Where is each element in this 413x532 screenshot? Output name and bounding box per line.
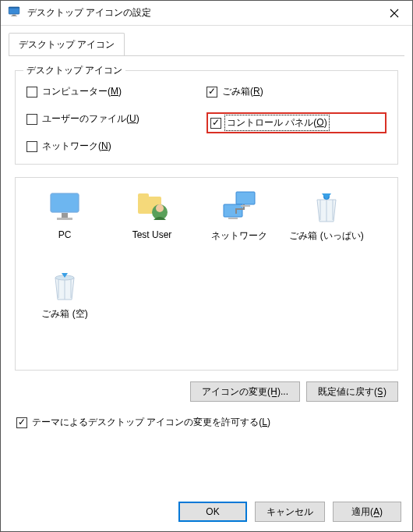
checkbox-icon [16, 417, 27, 428]
checkbox-icon [26, 141, 37, 152]
checkbox-recyclebin[interactable]: ごみ箱(R) [206, 85, 387, 98]
checkbox-icon [26, 87, 37, 98]
icon-item-pc[interactable]: PC [23, 189, 106, 267]
svg-rect-7 [57, 218, 72, 220]
icon-item-recyclebin-empty[interactable]: ごみ箱 (空) [23, 267, 106, 345]
window-title: デスクトップ アイコンの設定 [27, 6, 376, 20]
tab-desktop-icons[interactable]: デスクトップ アイコン [9, 33, 125, 55]
svg-rect-12 [236, 192, 255, 204]
tab-divider [9, 55, 404, 56]
svg-point-11 [156, 204, 164, 212]
titlebar: デスクトップ アイコンの設定 [1, 1, 412, 26]
svg-rect-4 [51, 193, 79, 212]
svg-rect-14 [228, 218, 238, 219]
checkbox-label: コントロール パネル(O) [226, 116, 328, 129]
checkbox-label: ユーザーのファイル(U) [42, 112, 139, 126]
svg-rect-15 [241, 205, 250, 207]
checkbox-allow-theme[interactable]: テーマによるデスクトップ アイコンの変更を許可する(L) [16, 416, 398, 429]
icon-label: PC [58, 229, 72, 240]
app-icon [7, 5, 21, 21]
svg-rect-3 [11, 16, 17, 16]
change-icon-button[interactable]: アイコンの変更(H̲)... [190, 381, 300, 402]
highlight-box: コントロール パネル(O) [206, 112, 387, 133]
icon-item-network[interactable]: ネットワーク [198, 189, 281, 267]
svg-rect-13 [224, 204, 242, 217]
icon-label: ネットワーク [211, 229, 267, 243]
icon-label: Test User [132, 229, 172, 240]
group-title: デスクトップ アイコン [23, 64, 125, 77]
svg-rect-9 [138, 193, 149, 198]
svg-rect-6 [62, 213, 68, 218]
icon-preview-box: PC Test User ネットワーク ごみ箱 (いっぱい) ごみ箱 (空) [15, 177, 398, 371]
cancel-button[interactable]: キャンセル [255, 502, 325, 522]
checkbox-userfiles[interactable]: ユーザーのファイル(U) [26, 112, 206, 126]
apply-button[interactable]: 適用(A̲) [333, 502, 401, 522]
tab-bar: デスクトップ アイコン [9, 34, 404, 55]
icon-label: ごみ箱 (空) [41, 307, 87, 321]
checkbox-icon [206, 87, 217, 98]
checkbox-label: ネットワーク(N) [42, 140, 111, 153]
checkbox-computer[interactable]: コンピューター(M) [26, 85, 206, 98]
checkbox-label: テーマによるデスクトップ アイコンの変更を許可する(L) [32, 416, 270, 429]
close-button[interactable] [376, 1, 412, 26]
checkbox-label: ごみ箱(R) [222, 85, 263, 98]
checkbox-controlpanel[interactable]: コントロール パネル(O) [210, 116, 328, 129]
checkbox-label: コンピューター(M) [42, 85, 122, 98]
checkbox-network[interactable]: ネットワーク(N) [26, 140, 206, 153]
reset-default-button[interactable]: 既定値に戻す(S̲) [306, 381, 398, 402]
checkbox-icon [26, 114, 37, 125]
svg-rect-2 [12, 15, 16, 16]
icon-label: ごみ箱 (いっぱい) [289, 229, 363, 243]
svg-rect-1 [9, 7, 19, 9]
icon-item-user[interactable]: Test User [111, 189, 193, 267]
ok-button[interactable]: OK [178, 502, 247, 522]
desktop-icons-group: デスクトップ アイコン コンピューター(M) ユーザーのファイル(U) ネットワ… [15, 70, 398, 165]
icon-item-recyclebin-full[interactable]: ごみ箱 (いっぱい) [285, 189, 368, 267]
checkbox-icon [210, 118, 221, 129]
